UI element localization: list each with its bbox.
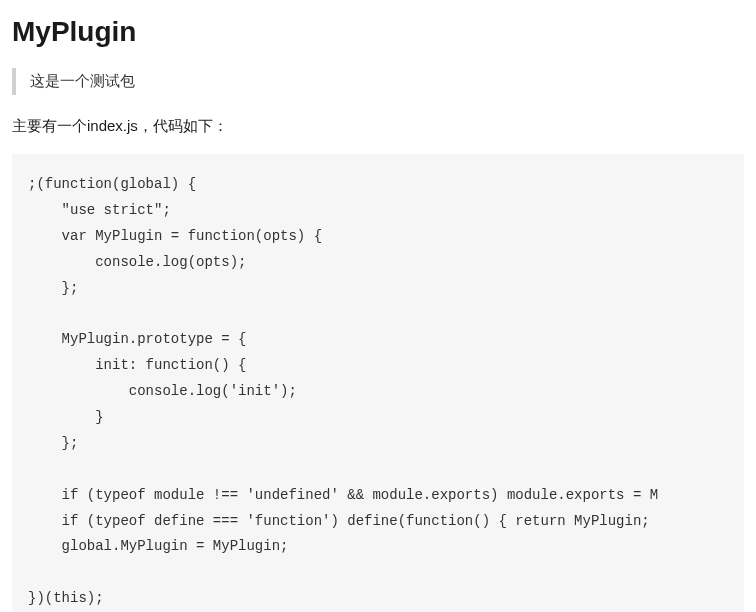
page-title: MyPlugin	[12, 16, 744, 48]
blockquote-text: 这是一个测试包	[30, 72, 135, 89]
code-block: ;(function(global) { "use strict"; var M…	[12, 154, 744, 612]
blockquote: 这是一个测试包	[12, 68, 744, 95]
description-text: 主要有一个index.js，代码如下：	[12, 117, 744, 136]
